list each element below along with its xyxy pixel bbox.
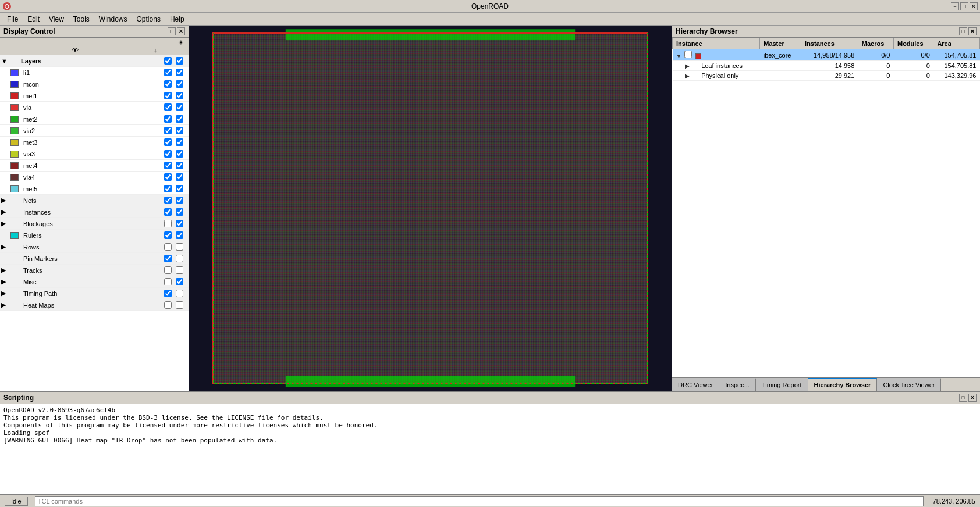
layer-check1-met5[interactable] [164, 185, 172, 192]
layer-check1-met1[interactable] [164, 92, 172, 99]
layer-check2-mcon[interactable] [176, 80, 183, 88]
layer-check1-via3[interactable] [164, 150, 172, 158]
section-check2-Rows[interactable] [176, 243, 183, 251]
layers-section-header[interactable]: ▼ Layers [0, 55, 189, 67]
section-check1-Timing Path[interactable] [164, 290, 172, 297]
hier-row-cb-0[interactable] [684, 51, 692, 58]
section-check1-Blockages[interactable] [164, 220, 172, 227]
layer-check2-met4[interactable] [176, 162, 183, 169]
visibility-all-icon[interactable]: ☀ [175, 39, 187, 47]
layer-check2-via2[interactable] [176, 127, 183, 134]
menubar-item-windows[interactable]: Windows [94, 14, 132, 24]
section-check1-Rulers[interactable] [164, 231, 172, 239]
panel-pin-btn[interactable]: □ [168, 27, 176, 35]
layer-check1-met3[interactable] [164, 138, 172, 146]
layer-check2-met1[interactable] [176, 92, 183, 99]
layer-check2-met3[interactable] [176, 138, 183, 146]
section-check2-Tracks[interactable] [176, 266, 183, 274]
layer-check1-mcon[interactable] [164, 80, 172, 88]
scripting-pin-btn[interactable]: □ [959, 394, 967, 402]
menubar-item-edit[interactable]: Edit [23, 14, 44, 24]
section-row-rulers[interactable]: Rulers [0, 230, 189, 241]
section-row-heat-maps[interactable]: ▶ Heat Maps [0, 299, 189, 311]
section-check2-Pin Markers[interactable] [176, 255, 183, 262]
section-check1-Pin Markers[interactable] [164, 255, 172, 262]
layer-check1-met2[interactable] [164, 115, 172, 123]
section-row-misc[interactable]: ▶ Misc [0, 276, 189, 288]
hier-table-row-0[interactable]: ▼ ibex_core 14,958/14,958 0/0 0/0 154,70… [673, 49, 980, 61]
bottom-tab-inspec...[interactable]: Inspec... [719, 378, 756, 391]
layer-check2-via4[interactable] [176, 173, 183, 181]
section-check2-Instances[interactable] [176, 208, 183, 216]
section-arrow-Misc[interactable]: ▶ [1, 278, 10, 285]
layers-expand-arrow[interactable]: ▼ [1, 58, 10, 65]
menubar-item-options[interactable]: Options [132, 14, 165, 24]
eye-all-icon[interactable]: 👁 [1, 47, 149, 53]
section-arrow-Heat Maps[interactable]: ▶ [1, 301, 10, 309]
scripting-close-btn[interactable]: ✕ [968, 394, 977, 402]
hier-expand-1[interactable]: ▶ [685, 63, 690, 69]
section-check2-Rulers[interactable] [176, 231, 183, 239]
section-check1-Misc[interactable] [164, 278, 172, 285]
hier-table-row-1[interactable]: ▶ Leaf instances 14,958 0 0 154,705.81 [673, 61, 980, 71]
section-row-instances[interactable]: ▶ Instances [0, 206, 189, 218]
scripting-output: OpenROAD v2.0-8693-g67ac6cf4bThis progra… [0, 404, 980, 494]
section-check2-Timing Path[interactable] [176, 290, 183, 297]
section-row-timing-path[interactable]: ▶ Timing Path [0, 288, 189, 299]
layer-check2-via3[interactable] [176, 150, 183, 158]
win-max-btn[interactable]: □ [960, 2, 968, 10]
hier-cell-instances-2: 29,921 [801, 71, 858, 81]
bottom-tab-drc-viewer[interactable]: DRC Viewer [672, 378, 719, 391]
hier-close-btn[interactable]: ✕ [968, 27, 977, 35]
hier-expand-2[interactable]: ▶ [685, 73, 690, 79]
layers-check1[interactable] [164, 57, 172, 65]
section-arrow-Rows[interactable]: ▶ [1, 243, 10, 251]
down-all-icon[interactable]: ↓ [149, 47, 162, 53]
menubar-item-help[interactable]: Help [165, 14, 189, 24]
section-row-nets[interactable]: ▶ Nets [0, 195, 189, 206]
section-check1-Instances[interactable] [164, 208, 172, 216]
section-arrow-Tracks[interactable]: ▶ [1, 266, 10, 274]
layer-check1-via2[interactable] [164, 127, 172, 134]
panel-close-btn[interactable]: ✕ [177, 27, 185, 35]
layer-check2-li1[interactable] [176, 69, 183, 76]
hier-pin-btn[interactable]: □ [959, 27, 967, 35]
layer-check2-via[interactable] [176, 103, 183, 111]
menubar-item-tools[interactable]: Tools [69, 14, 94, 24]
section-arrow-Instances[interactable]: ▶ [1, 208, 10, 216]
bottom-tab-timing-report[interactable]: Timing Report [756, 378, 808, 391]
hier-expand-0[interactable]: ▼ [676, 53, 682, 59]
tcl-input[interactable] [35, 496, 924, 506]
win-close-btn[interactable]: ✕ [970, 2, 978, 10]
win-min-btn[interactable]: − [951, 2, 959, 10]
canvas-area[interactable] [189, 26, 672, 391]
layer-check2-met2[interactable] [176, 115, 183, 123]
section-check2-Nets[interactable] [176, 197, 183, 204]
layer-check1-via4[interactable] [164, 173, 172, 181]
section-check1-Tracks[interactable] [164, 266, 172, 274]
bottom-tab-clock-tree-viewer[interactable]: Clock Tree Viewer [877, 378, 941, 391]
menubar-item-view[interactable]: View [44, 14, 69, 24]
section-check1-Nets[interactable] [164, 197, 172, 204]
section-row-blockages[interactable]: ▶ Blockages [0, 218, 189, 230]
section-check2-Heat Maps[interactable] [176, 301, 183, 309]
layer-check1-met4[interactable] [164, 162, 172, 169]
section-row-rows[interactable]: ▶ Rows [0, 241, 189, 253]
section-arrow-Blockages[interactable]: ▶ [1, 220, 10, 227]
hier-table-row-2[interactable]: ▶ Physical only 29,921 0 0 143,329.96 [673, 71, 980, 81]
svg-text:O: O [5, 3, 9, 10]
section-check1-Rows[interactable] [164, 243, 172, 251]
layer-check1-via[interactable] [164, 103, 172, 111]
bottom-tab-hierarchy-browser[interactable]: Hierarchy Browser [808, 378, 878, 391]
layer-check2-met5[interactable] [176, 185, 183, 192]
section-row-pin-markers[interactable]: Pin Markers [0, 253, 189, 265]
section-check2-Blockages[interactable] [176, 220, 183, 227]
section-arrow-Timing Path[interactable]: ▶ [1, 290, 10, 297]
section-row-tracks[interactable]: ▶ Tracks [0, 265, 189, 276]
section-check1-Heat Maps[interactable] [164, 301, 172, 309]
layer-check1-li1[interactable] [164, 69, 172, 76]
section-check2-Misc[interactable] [176, 278, 183, 285]
section-arrow-Nets[interactable]: ▶ [1, 197, 10, 204]
menubar-item-file[interactable]: File [2, 14, 23, 24]
layers-check2[interactable] [176, 57, 183, 65]
